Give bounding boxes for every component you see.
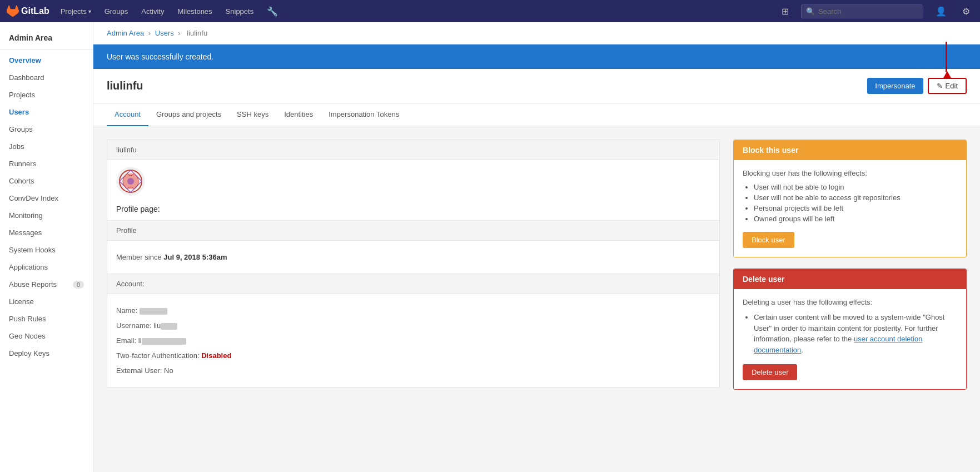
block-effect-1: User will not be able to login: [754, 183, 957, 191]
left-column: liulinfu: [107, 140, 720, 387]
delete-effect-1: Certain user content will be moved to a …: [754, 312, 957, 355]
username-section-header: liulinfu: [107, 140, 719, 160]
block-effect-2: User will not be able to access git repo…: [754, 193, 957, 202]
tab-account[interactable]: Account: [107, 103, 148, 126]
name-value-blurred: [140, 308, 167, 315]
username-section: liulinfu: [107, 140, 720, 221]
gitlab-logo[interactable]: GitLab: [7, 5, 49, 17]
delete-effects-list: Certain user content will be moved to a …: [743, 312, 957, 355]
profile-section-header: Profile: [107, 221, 719, 241]
search-input[interactable]: [818, 7, 918, 16]
tab-ssh-keys[interactable]: SSH keys: [229, 103, 276, 126]
sidebar-item-abuse-reports[interactable]: Abuse Reports 0: [0, 276, 93, 293]
external-user-value: No: [164, 366, 173, 375]
content-area: liulinfu: [93, 126, 980, 403]
profile-page-label: Profile page:: [116, 205, 160, 213]
sidebar-item-users[interactable]: Users: [0, 103, 93, 121]
user-profile-icon[interactable]: 👤: [932, 4, 950, 19]
name-row: Name:: [116, 303, 710, 318]
sidebar-item-applications[interactable]: Applications: [0, 259, 93, 276]
user-avatar: [116, 167, 145, 196]
member-since-date: Jul 9, 2018 5:36am: [163, 253, 227, 261]
sidebar-item-monitoring[interactable]: Monitoring: [0, 207, 93, 224]
nav-projects[interactable]: Projects ▾: [58, 7, 93, 16]
nav-wrench[interactable]: 🔧: [265, 6, 280, 17]
block-user-card: Block this user Blocking user has the fo…: [733, 140, 967, 257]
delete-user-card: Delete user Deleting a user has the foll…: [733, 269, 967, 390]
settings-icon[interactable]: ⚙: [959, 4, 973, 19]
sidebar-divider: [0, 49, 93, 49]
delete-description: Deleting a user has the following effect…: [743, 298, 957, 306]
avatar-row: [107, 160, 719, 202]
sidebar-item-messages[interactable]: Messages: [0, 224, 93, 241]
tab-impersonation-tokens[interactable]: Impersonation Tokens: [321, 103, 407, 126]
svg-point-2: [127, 178, 134, 185]
username-value-blurred: [161, 323, 177, 330]
two-factor-row: Two-factor Authentication: Disabled: [116, 348, 710, 363]
right-column: Block this user Blocking user has the fo…: [733, 140, 967, 390]
sidebar-item-system-hooks[interactable]: System Hooks: [0, 241, 93, 259]
user-header: liulinfu Impersonate ✎ Edit: [93, 69, 980, 103]
account-info-body: Name: Username: liu Email: li Two-fac: [107, 294, 719, 387]
block-effect-4: Owned groups will be left: [754, 215, 957, 223]
sidebar-item-overview[interactable]: Overview: [0, 52, 93, 69]
block-effect-3: Personal projects will be left: [754, 204, 957, 212]
new-item-button[interactable]: ⊞: [778, 4, 792, 19]
sidebar-item-cohorts[interactable]: Cohorts: [0, 172, 93, 190]
block-description: Blocking user has the following effects:: [743, 169, 957, 177]
sidebar-item-deploy-keys[interactable]: Deploy Keys: [0, 345, 93, 362]
profile-page-row: Profile page:: [107, 202, 719, 220]
email-row: Email: li: [116, 333, 710, 348]
main-content: Admin Area › Users › liulinfu User was s…: [93, 22, 980, 472]
sidebar-item-dashboard[interactable]: Dashboard: [0, 69, 93, 86]
breadcrumb: Admin Area › Users › liulinfu: [93, 22, 980, 44]
profile-section: Profile Member since Jul 9, 2018 5:36am: [107, 221, 720, 274]
nav-activity[interactable]: Activity: [139, 7, 166, 16]
sidebar-item-projects[interactable]: Projects: [0, 86, 93, 103]
tabs: Account Groups and projects SSH keys Ide…: [93, 103, 980, 126]
tab-identities[interactable]: Identities: [276, 103, 321, 126]
email-value-blurred: [142, 338, 186, 345]
abuse-reports-badge: 0: [73, 281, 84, 289]
plus-icon: ⊞: [782, 7, 789, 16]
breadcrumb-current: liulinfu: [187, 29, 207, 37]
username-row: Username: liu: [116, 318, 710, 333]
block-effects-list: User will not be able to login User will…: [743, 183, 957, 223]
search-icon: 🔍: [806, 7, 815, 16]
success-text: User was successfully created.: [107, 52, 213, 61]
impersonate-button[interactable]: Impersonate: [867, 78, 923, 94]
header-buttons: Impersonate ✎ Edit: [867, 78, 967, 94]
delete-card-header: Delete user: [734, 269, 966, 289]
delete-user-button[interactable]: Delete user: [743, 364, 797, 380]
block-card-body: Blocking user has the following effects:…: [734, 160, 966, 257]
chevron-down-icon: ▾: [88, 8, 91, 14]
edit-button[interactable]: ✎ Edit: [928, 78, 967, 94]
profile-section-body: Member since Jul 9, 2018 5:36am: [107, 241, 719, 274]
block-card-header: Block this user: [734, 140, 966, 160]
sidebar-item-jobs[interactable]: Jobs: [0, 138, 93, 155]
sidebar-item-push-rules[interactable]: Push Rules: [0, 310, 93, 327]
top-navigation: GitLab Projects ▾ Groups Activity Milest…: [0, 0, 980, 22]
block-user-button[interactable]: Block user: [743, 232, 794, 248]
sidebar-item-groups[interactable]: Groups: [0, 121, 93, 138]
sidebar-item-geo-nodes[interactable]: Geo Nodes: [0, 327, 93, 345]
account-info-header: Account:: [107, 274, 719, 294]
sidebar-item-license[interactable]: License: [0, 293, 93, 310]
user-name-heading: liulinfu: [107, 80, 143, 92]
breadcrumb-sep2: ›: [178, 29, 182, 37]
breadcrumb-admin-area[interactable]: Admin Area: [107, 29, 144, 37]
sidebar-title: Admin Area: [0, 27, 93, 47]
sidebar: Admin Area Overview Dashboard Projects U…: [0, 22, 93, 472]
nav-groups[interactable]: Groups: [102, 7, 131, 16]
sidebar-item-runners[interactable]: Runners: [0, 155, 93, 172]
nav-snippets[interactable]: Snippets: [223, 7, 256, 16]
external-user-row: External User: No: [116, 363, 710, 378]
breadcrumb-users[interactable]: Users: [155, 29, 174, 37]
delete-docs-link[interactable]: user account deletion documentation: [754, 335, 923, 354]
sidebar-item-convdev[interactable]: ConvDev Index: [0, 190, 93, 207]
search-box[interactable]: 🔍: [801, 4, 923, 18]
nav-milestones[interactable]: Milestones: [175, 7, 214, 16]
delete-card-body: Deleting a user has the following effect…: [734, 289, 966, 389]
success-banner: User was successfully created.: [93, 44, 980, 69]
tab-groups-projects[interactable]: Groups and projects: [148, 103, 229, 126]
